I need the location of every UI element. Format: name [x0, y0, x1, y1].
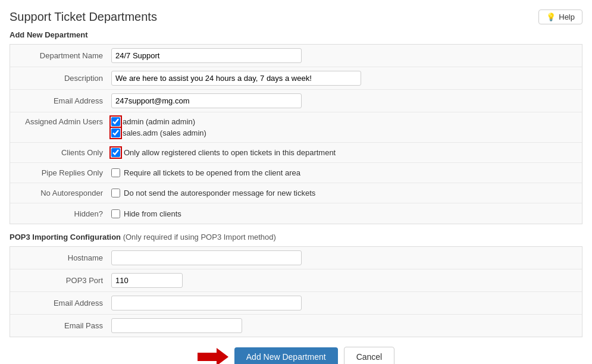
- pop3-email-input[interactable]: [111, 296, 302, 310]
- hidden-group: Hide from clients: [111, 209, 181, 218]
- hidden-checkbox[interactable]: [111, 209, 120, 218]
- hostname-row: Hostname: [10, 247, 582, 269]
- hostname-label: Hostname: [16, 253, 111, 262]
- pop3-title: POP3 Importing Configuration: [10, 233, 121, 241]
- email-pass-label: Email Pass: [16, 321, 111, 330]
- clients-only-label: Clients Only: [16, 148, 111, 157]
- footer-area: Add New Department Cancel: [10, 347, 582, 364]
- dept-name-label: Department Name: [16, 51, 111, 60]
- dept-name-row: Department Name: [10, 45, 582, 67]
- red-arrow-icon: [198, 348, 228, 364]
- description-input[interactable]: [111, 71, 361, 86]
- pop3-email-label: Email Address: [16, 299, 111, 307]
- dept-name-input[interactable]: [111, 48, 302, 63]
- admin-users-group: admin (admin admin) sales.adm (sales adm…: [111, 117, 206, 137]
- pop3-port-label: POP3 Port: [16, 276, 111, 285]
- email-row: Email Address: [10, 90, 582, 112]
- pipe-replies-checkbox[interactable]: [111, 168, 120, 177]
- pipe-replies-label: Pipe Replies Only: [16, 168, 111, 177]
- description-label: Description: [16, 74, 111, 83]
- pop3-subtitle: (Only required if using POP3 Import meth…: [123, 233, 276, 241]
- admin-user-checkbox-0[interactable]: [111, 117, 120, 126]
- no-autoresponder-text: Do not send the autoresponder message fo…: [124, 189, 315, 197]
- pipe-replies-text: Require all tickets to be opened from th…: [124, 168, 300, 177]
- svg-marker-0: [198, 348, 228, 364]
- hidden-label: Hidden?: [16, 209, 111, 218]
- admin-users-label: Assigned Admin Users: [16, 117, 111, 126]
- clients-only-group: Only allow registered clients to open ti…: [111, 148, 336, 157]
- clients-only-text: Only allow registered clients to open ti…: [124, 148, 336, 157]
- help-label: Help: [559, 12, 575, 21]
- no-autoresponder-checkbox[interactable]: [111, 189, 120, 197]
- email-input[interactable]: [111, 93, 302, 108]
- clients-only-row: Clients Only Only allow registered clien…: [10, 143, 582, 163]
- pop3-email-row: Email Address: [10, 292, 582, 315]
- pipe-replies-group: Require all tickets to be opened from th…: [111, 168, 300, 177]
- description-row: Description: [10, 67, 582, 90]
- no-autoresponder-row: No Autoresponder Do not send the autores…: [10, 183, 582, 203]
- main-form-section: Department Name Description Email Addres…: [10, 44, 582, 224]
- cancel-button[interactable]: Cancel: [344, 347, 395, 364]
- email-pass-input[interactable]: [111, 318, 242, 333]
- admin-users-row: Assigned Admin Users admin (admin admin)…: [10, 112, 582, 143]
- hidden-row: Hidden? Hide from clients: [10, 203, 582, 224]
- add-section-title: Add New Department: [10, 30, 582, 39]
- no-autoresponder-label: No Autoresponder: [16, 189, 111, 197]
- pop3-form-section: Hostname POP3 Port Email Address Email P…: [10, 246, 582, 337]
- no-autoresponder-group: Do not send the autoresponder message fo…: [111, 189, 315, 197]
- help-button[interactable]: 💡 Help: [538, 10, 582, 24]
- add-department-button[interactable]: Add New Department: [234, 347, 338, 364]
- email-label: Email Address: [16, 96, 111, 105]
- pop3-title-container: POP3 Importing Configuration (Only requi…: [10, 233, 582, 241]
- hidden-text: Hide from clients: [124, 209, 181, 218]
- submit-arrow: [198, 348, 228, 364]
- admin-user-checkbox-1[interactable]: [111, 128, 120, 137]
- email-pass-row: Email Pass: [10, 315, 582, 337]
- page-title: Support Ticket Departments: [10, 10, 157, 24]
- clients-only-checkbox[interactable]: [111, 148, 120, 157]
- admin-user-label-0: admin (admin admin): [123, 117, 195, 126]
- admin-user-label-1: sales.adm (sales admin): [123, 128, 206, 137]
- hostname-input[interactable]: [111, 250, 302, 265]
- admin-user-item-1: sales.adm (sales admin): [111, 128, 206, 137]
- pipe-replies-row: Pipe Replies Only Require all tickets to…: [10, 163, 582, 183]
- help-icon: 💡: [546, 12, 556, 21]
- pop3-port-input[interactable]: [111, 273, 183, 288]
- pop3-port-row: POP3 Port: [10, 269, 582, 292]
- admin-user-item-0: admin (admin admin): [111, 117, 206, 126]
